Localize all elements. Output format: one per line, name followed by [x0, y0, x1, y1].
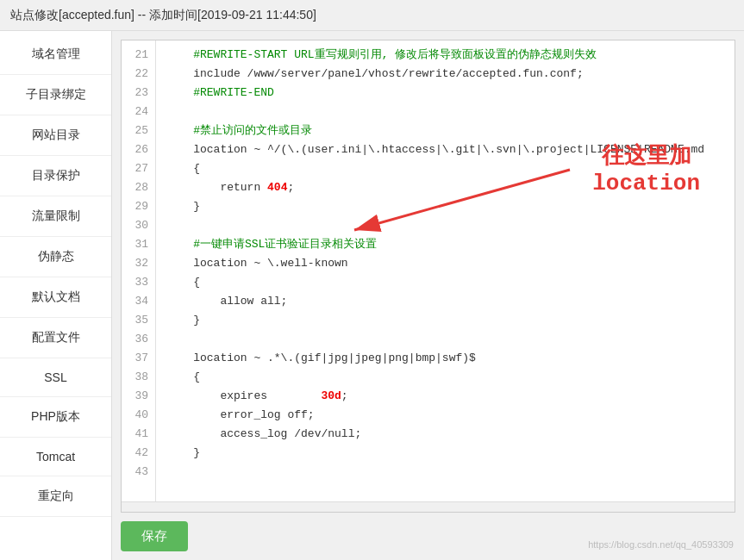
code-line-26: location ~ ^/(\.(user.ini|\.htaccess|\.g… [166, 140, 735, 159]
code-line-29: } [166, 197, 735, 216]
code-line-31: #一键申请SSL证书验证目录相关设置 [166, 235, 735, 254]
code-line-39: expires 30d; [166, 387, 735, 406]
sidebar-item-pseudo-static[interactable]: 伪静态 [0, 237, 111, 277]
line-num-34: 34 [122, 292, 155, 311]
sidebar: 域名管理子目录绑定网站目录目录保护流量限制伪静态默认文档配置文件SSLPHP版本… [0, 31, 112, 560]
sidebar-item-ssl[interactable]: SSL [0, 358, 111, 397]
line-num-30: 30 [122, 216, 155, 235]
watermark: https://blog.csdn.net/qq_40593309 [588, 539, 734, 550]
code-line-25: #禁止访问的文件或目录 [166, 121, 735, 140]
code-line-24 [166, 103, 735, 121]
sidebar-item-domain-management[interactable]: 域名管理 [0, 34, 111, 75]
sidebar-item-directory-protection[interactable]: 目录保护 [0, 156, 111, 196]
line-num-37: 37 [122, 349, 155, 368]
line-num-38: 38 [122, 368, 155, 387]
code-line-32: location ~ \.well-known [166, 254, 735, 273]
sidebar-item-config-file[interactable]: 配置文件 [0, 318, 111, 358]
line-num-25: 25 [122, 121, 155, 140]
line-num-23: 23 [122, 84, 155, 103]
code-scrollbar[interactable] [122, 501, 735, 512]
sidebar-item-website-directory[interactable]: 网站目录 [0, 115, 111, 156]
line-num-21: 21 [122, 46, 155, 65]
code-line-23: #REWRITE-END [166, 84, 735, 103]
line-num-39: 39 [122, 387, 155, 406]
title-bar: 站点修改[accepted.fun] -- 添加时间[2019-09-21 11… [0, 0, 744, 31]
title-text: 站点修改[accepted.fun] -- 添加时间[2019-09-21 11… [10, 8, 316, 23]
line-num-29: 29 [122, 197, 155, 216]
code-content: 2122232425262728293031323334353637383940… [122, 40, 735, 501]
code-editor: 2122232425262728293031323334353637383940… [121, 40, 735, 513]
line-num-27: 27 [122, 159, 155, 178]
code-line-28: return 404; [166, 178, 735, 197]
code-line-40: error_log off; [166, 406, 735, 425]
line-num-28: 28 [122, 178, 155, 197]
sidebar-item-tomcat[interactable]: Tomcat [0, 438, 111, 476]
code-line-43 [166, 463, 735, 482]
main-layout: 域名管理子目录绑定网站目录目录保护流量限制伪静态默认文档配置文件SSLPHP版本… [0, 31, 744, 560]
line-num-43: 43 [122, 463, 155, 482]
line-numbers: 2122232425262728293031323334353637383940… [122, 40, 156, 501]
code-line-41: access_log /dev/null; [166, 425, 735, 444]
line-num-42: 42 [122, 444, 155, 463]
code-line-37: location ~ .*\.(gif|jpg|jpeg|png|bmp|swf… [166, 349, 735, 368]
sidebar-item-redirect[interactable]: 重定向 [0, 476, 111, 517]
line-num-41: 41 [122, 425, 155, 444]
code-lines[interactable]: 往这里加 location #REWRITE-START URL重写规则引用, … [156, 40, 735, 501]
code-line-34: allow all; [166, 292, 735, 311]
line-num-31: 31 [122, 235, 155, 254]
sidebar-item-php-version[interactable]: PHP版本 [0, 397, 111, 438]
code-line-33: { [166, 273, 735, 292]
code-line-27: { [166, 159, 735, 178]
code-line-42: } [166, 444, 735, 463]
code-line-36 [166, 330, 735, 349]
line-num-33: 33 [122, 273, 155, 292]
content-area: 2122232425262728293031323334353637383940… [112, 31, 744, 560]
sidebar-item-subdomain-binding[interactable]: 子目录绑定 [0, 75, 111, 115]
line-num-32: 32 [122, 254, 155, 273]
code-line-22: include /www/server/panel/vhost/rewrite/… [166, 65, 735, 84]
code-line-38: { [166, 368, 735, 387]
line-num-36: 36 [122, 330, 155, 349]
code-line-21: #REWRITE-START URL重写规则引用, 修改后将导致面板设置的伪静态… [166, 46, 735, 65]
line-num-26: 26 [122, 140, 155, 159]
sidebar-item-flow-limit[interactable]: 流量限制 [0, 196, 111, 237]
code-line-35: } [166, 311, 735, 330]
save-button[interactable]: 保存 [121, 521, 188, 551]
line-num-22: 22 [122, 65, 155, 84]
line-num-24: 24 [122, 103, 155, 121]
line-num-40: 40 [122, 406, 155, 425]
line-num-35: 35 [122, 311, 155, 330]
sidebar-item-default-document[interactable]: 默认文档 [0, 277, 111, 318]
code-line-30 [166, 216, 735, 235]
